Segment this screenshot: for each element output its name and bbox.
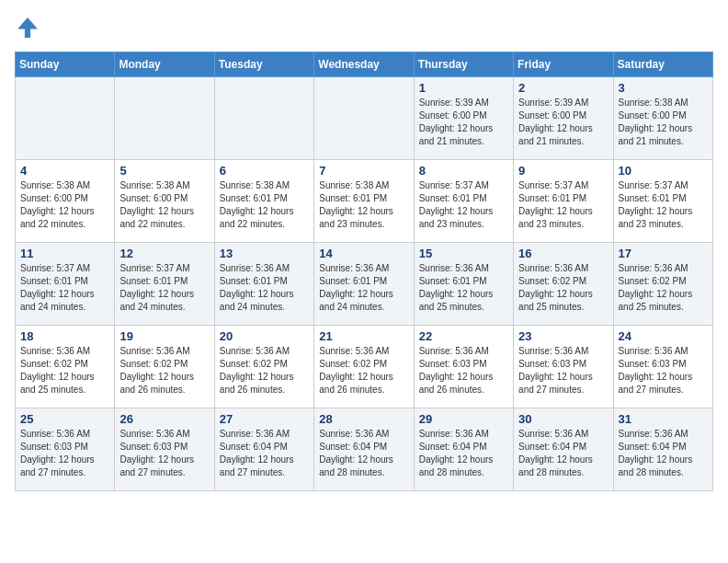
calendar-cell: 6Sunrise: 5:38 AM Sunset: 6:01 PM Daylig… — [214, 160, 313, 243]
calendar-cell: 7Sunrise: 5:38 AM Sunset: 6:01 PM Daylig… — [314, 160, 414, 243]
calendar-cell: 12Sunrise: 5:37 AM Sunset: 6:01 PM Dayli… — [115, 243, 214, 326]
day-number: 27 — [220, 412, 309, 426]
calendar-cell: 24Sunrise: 5:36 AM Sunset: 6:03 PM Dayli… — [613, 326, 712, 408]
day-info: Sunrise: 5:36 AM Sunset: 6:02 PM Dayligh… — [220, 345, 309, 396]
calendar-cell — [214, 77, 313, 160]
day-info: Sunrise: 5:36 AM Sunset: 6:04 PM Dayligh… — [619, 428, 708, 479]
day-info: Sunrise: 5:37 AM Sunset: 6:01 PM Dayligh… — [119, 262, 209, 314]
day-number: 13 — [220, 247, 309, 260]
calendar-week-1: 1Sunrise: 5:39 AM Sunset: 6:00 PM Daylig… — [16, 77, 713, 160]
calendar-cell: 31Sunrise: 5:36 AM Sunset: 6:04 PM Dayli… — [613, 408, 712, 491]
calendar-cell: 22Sunrise: 5:36 AM Sunset: 6:03 PM Dayli… — [414, 326, 513, 408]
day-info: Sunrise: 5:36 AM Sunset: 6:03 PM Dayligh… — [419, 345, 508, 396]
weekday-header-wednesday: Wednesday — [314, 52, 414, 77]
calendar-cell — [16, 77, 115, 160]
header — [15, 15, 713, 40]
calendar-cell: 16Sunrise: 5:36 AM Sunset: 6:02 PM Dayli… — [514, 243, 613, 326]
calendar-cell: 19Sunrise: 5:36 AM Sunset: 6:02 PM Dayli… — [115, 326, 214, 408]
day-info: Sunrise: 5:39 AM Sunset: 6:00 PM Dayligh… — [518, 97, 608, 148]
day-info: Sunrise: 5:36 AM Sunset: 6:04 PM Dayligh… — [220, 428, 309, 479]
calendar-header: SundayMondayTuesdayWednesdayThursdayFrid… — [16, 52, 713, 77]
calendar-week-3: 11Sunrise: 5:37 AM Sunset: 6:01 PM Dayli… — [16, 243, 713, 326]
day-number: 26 — [119, 412, 209, 426]
day-number: 15 — [419, 247, 508, 260]
logo-icon — [15, 15, 40, 40]
day-number: 7 — [319, 164, 408, 178]
day-number: 22 — [419, 329, 508, 343]
calendar-cell: 9Sunrise: 5:37 AM Sunset: 6:01 PM Daylig… — [514, 160, 613, 243]
calendar-cell: 20Sunrise: 5:36 AM Sunset: 6:02 PM Dayli… — [214, 326, 313, 408]
calendar-week-2: 4Sunrise: 5:38 AM Sunset: 6:00 PM Daylig… — [16, 160, 713, 243]
calendar-cell: 17Sunrise: 5:36 AM Sunset: 6:02 PM Dayli… — [613, 243, 712, 326]
day-number: 29 — [419, 412, 508, 426]
day-info: Sunrise: 5:38 AM Sunset: 6:00 PM Dayligh… — [119, 179, 209, 231]
day-info: Sunrise: 5:36 AM Sunset: 6:01 PM Dayligh… — [220, 262, 309, 314]
calendar-cell — [314, 77, 414, 160]
day-info: Sunrise: 5:36 AM Sunset: 6:01 PM Dayligh… — [419, 262, 508, 314]
day-info: Sunrise: 5:36 AM Sunset: 6:03 PM Dayligh… — [20, 428, 109, 479]
day-info: Sunrise: 5:36 AM Sunset: 6:02 PM Dayligh… — [518, 262, 608, 314]
day-info: Sunrise: 5:36 AM Sunset: 6:04 PM Dayligh… — [518, 428, 608, 479]
calendar-cell: 3Sunrise: 5:38 AM Sunset: 6:00 PM Daylig… — [613, 77, 712, 160]
day-info: Sunrise: 5:37 AM Sunset: 6:01 PM Dayligh… — [518, 179, 608, 231]
day-number: 17 — [619, 247, 708, 260]
day-number: 19 — [119, 329, 209, 343]
day-number: 1 — [419, 81, 508, 95]
calendar-cell: 27Sunrise: 5:36 AM Sunset: 6:04 PM Dayli… — [214, 408, 313, 491]
day-number: 31 — [619, 412, 708, 426]
calendar-cell: 23Sunrise: 5:36 AM Sunset: 6:03 PM Dayli… — [514, 326, 613, 408]
calendar-cell: 11Sunrise: 5:37 AM Sunset: 6:01 PM Dayli… — [16, 243, 115, 326]
day-info: Sunrise: 5:38 AM Sunset: 6:00 PM Dayligh… — [20, 179, 109, 231]
logo — [15, 15, 44, 40]
day-info: Sunrise: 5:36 AM Sunset: 6:02 PM Dayligh… — [119, 345, 209, 396]
day-info: Sunrise: 5:38 AM Sunset: 6:00 PM Dayligh… — [619, 97, 708, 148]
day-number: 12 — [119, 247, 209, 260]
day-info: Sunrise: 5:39 AM Sunset: 6:00 PM Dayligh… — [419, 97, 508, 148]
calendar-body: 1Sunrise: 5:39 AM Sunset: 6:00 PM Daylig… — [16, 77, 713, 491]
day-number: 11 — [20, 247, 109, 260]
day-number: 2 — [518, 81, 608, 95]
day-number: 18 — [20, 329, 109, 343]
calendar-cell: 25Sunrise: 5:36 AM Sunset: 6:03 PM Dayli… — [16, 408, 115, 491]
day-info: Sunrise: 5:36 AM Sunset: 6:02 PM Dayligh… — [319, 345, 408, 396]
day-info: Sunrise: 5:37 AM Sunset: 6:01 PM Dayligh… — [619, 179, 708, 231]
svg-marker-0 — [17, 17, 38, 38]
calendar-cell: 30Sunrise: 5:36 AM Sunset: 6:04 PM Dayli… — [514, 408, 613, 491]
weekday-header-saturday: Saturday — [613, 52, 712, 77]
calendar-cell: 2Sunrise: 5:39 AM Sunset: 6:00 PM Daylig… — [514, 77, 613, 160]
calendar-cell: 29Sunrise: 5:36 AM Sunset: 6:04 PM Dayli… — [414, 408, 513, 491]
weekday-header-friday: Friday — [514, 52, 613, 77]
day-number: 8 — [419, 164, 508, 178]
day-number: 10 — [619, 164, 708, 178]
calendar-cell: 4Sunrise: 5:38 AM Sunset: 6:00 PM Daylig… — [16, 160, 115, 243]
calendar-cell: 10Sunrise: 5:37 AM Sunset: 6:01 PM Dayli… — [613, 160, 712, 243]
weekday-header-sunday: Sunday — [16, 52, 115, 77]
calendar-week-4: 18Sunrise: 5:36 AM Sunset: 6:02 PM Dayli… — [16, 326, 713, 408]
day-number: 25 — [20, 412, 109, 426]
calendar-cell: 21Sunrise: 5:36 AM Sunset: 6:02 PM Dayli… — [314, 326, 414, 408]
day-number: 4 — [20, 164, 109, 178]
calendar-cell: 15Sunrise: 5:36 AM Sunset: 6:01 PM Dayli… — [414, 243, 513, 326]
day-info: Sunrise: 5:37 AM Sunset: 6:01 PM Dayligh… — [20, 262, 109, 314]
calendar-cell: 14Sunrise: 5:36 AM Sunset: 6:01 PM Dayli… — [314, 243, 414, 326]
day-number: 5 — [119, 164, 209, 178]
weekday-row: SundayMondayTuesdayWednesdayThursdayFrid… — [16, 52, 713, 77]
day-info: Sunrise: 5:36 AM Sunset: 6:02 PM Dayligh… — [20, 345, 109, 396]
day-number: 3 — [619, 81, 708, 95]
day-number: 20 — [220, 329, 309, 343]
day-number: 24 — [619, 329, 708, 343]
day-info: Sunrise: 5:36 AM Sunset: 6:03 PM Dayligh… — [119, 428, 209, 479]
calendar-cell: 18Sunrise: 5:36 AM Sunset: 6:02 PM Dayli… — [16, 326, 115, 408]
day-info: Sunrise: 5:36 AM Sunset: 6:02 PM Dayligh… — [619, 262, 708, 314]
day-number: 23 — [518, 329, 608, 343]
day-number: 16 — [518, 247, 608, 260]
weekday-header-thursday: Thursday — [414, 52, 513, 77]
calendar-cell: 26Sunrise: 5:36 AM Sunset: 6:03 PM Dayli… — [115, 408, 214, 491]
day-number: 14 — [319, 247, 408, 260]
day-info: Sunrise: 5:36 AM Sunset: 6:03 PM Dayligh… — [619, 345, 708, 396]
day-number: 9 — [518, 164, 608, 178]
day-info: Sunrise: 5:37 AM Sunset: 6:01 PM Dayligh… — [419, 179, 508, 231]
calendar-cell: 8Sunrise: 5:37 AM Sunset: 6:01 PM Daylig… — [414, 160, 513, 243]
calendar-cell: 28Sunrise: 5:36 AM Sunset: 6:04 PM Dayli… — [314, 408, 414, 491]
day-info: Sunrise: 5:38 AM Sunset: 6:01 PM Dayligh… — [319, 179, 408, 231]
